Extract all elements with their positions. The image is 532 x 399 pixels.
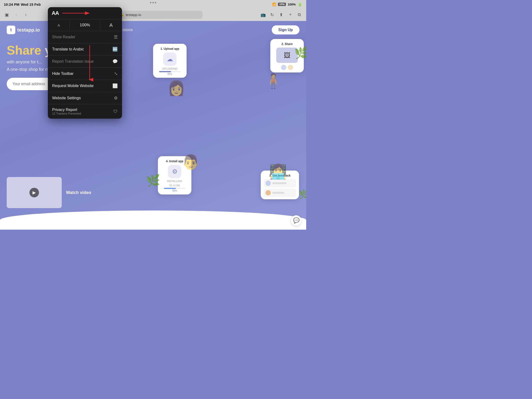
popup-menu: AA A 100% A Show Reader ☰ Translate to A…	[48, 7, 122, 119]
watch-video-label: Watch video	[66, 190, 91, 195]
privacy-report-icon: 🛡	[113, 109, 118, 114]
website-settings-label: Website Settings	[52, 96, 81, 100]
bottom-wave	[0, 210, 306, 230]
battery-icon: 🔋	[298, 2, 302, 7]
logo-name: testapp.io	[17, 27, 40, 33]
site-logo: t testapp.io	[7, 25, 40, 34]
show-reader-label: Show Reader	[52, 35, 75, 39]
new-tab-button[interactable]: +	[287, 11, 294, 19]
report-translation-item[interactable]: Report Translation Issue 💬	[48, 56, 122, 68]
upload-card: 1. Upload app ☁ UPLOADING 55%	[153, 44, 187, 78]
report-translation-label: Report Translation Issue	[52, 59, 94, 64]
install-pct: 55%	[172, 190, 177, 192]
translate-label: Translate to Arabic	[52, 47, 84, 51]
request-mobile-item[interactable]: Request Mobile Website ⬜	[48, 80, 122, 92]
report-translation-icon: 💬	[112, 59, 118, 64]
show-reader-item[interactable]: Show Reader ☰	[48, 31, 122, 43]
person-4: 👩‍💻	[269, 163, 287, 180]
privacy-report-sublabel: 12 Trackers Prevented	[52, 112, 81, 115]
popup-aa-bar: AA	[48, 7, 122, 19]
request-mobile-icon: ⬜	[112, 83, 118, 89]
illustration-area: 1. Upload app ☁ UPLOADING 55% 2. Share 🖼…	[144, 34, 306, 223]
upload-progress	[159, 71, 181, 72]
website-settings-item[interactable]: Website Settings ⚙	[48, 92, 122, 104]
translate-item[interactable]: Translate to Arabic 🔤	[48, 43, 122, 56]
chat-bubble-button[interactable]: 💬	[291, 215, 301, 226]
red-arrow-horizontal	[62, 11, 91, 16]
sign-up-button[interactable]: Sign Up	[272, 25, 299, 34]
font-percentage: 100%	[70, 20, 100, 30]
leaf-2: 🌿	[146, 174, 160, 187]
privacy-report-left: Privacy Report 12 Trackers Prevented	[52, 108, 81, 115]
video-thumbnail[interactable]: ▶	[7, 177, 62, 208]
hide-toolbar-item[interactable]: Hide Toolbar ⤡	[48, 68, 122, 80]
person-2: 🧍	[264, 72, 282, 89]
time: 10:24 PM	[4, 2, 19, 6]
vpn-badge: VPN	[278, 3, 286, 6]
install-label: INSTALLING	[167, 180, 182, 183]
three-dots	[150, 2, 156, 3]
translate-icon: 🔤	[112, 47, 118, 52]
logo-icon: t	[7, 25, 15, 34]
privacy-report-label: Privacy Report	[52, 108, 81, 112]
leaf-3: 🌿	[298, 189, 306, 199]
sidebar-button[interactable]: ▣	[3, 11, 11, 19]
date: Wed 15 Feb	[21, 2, 41, 6]
status-right: 📶 VPN 100% 🔋	[272, 2, 302, 7]
aa-label: AA	[52, 10, 59, 16]
toolbar-right: 📺 ↻ ⬆ + ⧉	[259, 11, 303, 19]
video-section: ▶ Watch video	[7, 177, 91, 208]
wifi-icon: 📶	[272, 3, 276, 6]
play-button[interactable]: ▶	[29, 188, 39, 197]
font-increase-button[interactable]: A	[100, 19, 122, 31]
person-3: 👨	[182, 154, 200, 171]
tabs-button[interactable]: ⧉	[296, 11, 303, 19]
website-settings-icon: ⚙	[114, 95, 118, 101]
url-text: testapp.io	[126, 13, 141, 17]
status-bar: 10:24 PM Wed 15 Feb 📶 VPN 100% 🔋	[0, 0, 306, 9]
browser-toolbar: ▣ ‹ › 🔒 testapp.io 📺 ↻ ⬆ + ⧉	[0, 9, 306, 21]
forward-button[interactable]: ›	[22, 11, 30, 19]
person-1: 👩	[167, 80, 185, 97]
battery-pct: 100%	[288, 3, 296, 6]
upload-label: UPLOADING	[162, 67, 178, 70]
video-thumb-inner: ▶	[7, 177, 62, 208]
font-decrease-button[interactable]: A	[48, 20, 70, 30]
website-content: t testapp.io Feedback Pricing Portal Int…	[0, 21, 306, 230]
upload-pct: 55%	[167, 73, 172, 75]
install-progress	[164, 188, 185, 189]
back-button[interactable]: ‹	[13, 11, 20, 19]
install-icon: ⚙	[168, 165, 181, 178]
leaf-1: 🌿	[294, 46, 306, 60]
request-mobile-label: Request Mobile Website	[52, 84, 94, 88]
share-card-title: 2. Share	[282, 42, 293, 46]
cast-button[interactable]: 📺	[259, 11, 267, 19]
install-card-title: 4. Install app	[166, 159, 184, 163]
hide-toolbar-icon: ⤡	[114, 71, 118, 76]
font-size-row: A 100% A	[48, 19, 122, 31]
upload-icon: ☁	[163, 52, 177, 66]
hide-toolbar-label: Hide Toolbar	[52, 71, 74, 76]
status-left: 10:24 PM Wed 15 Feb	[4, 2, 41, 6]
share-button[interactable]: ⬆	[278, 11, 285, 19]
show-reader-icon: ☰	[114, 34, 118, 40]
install-version: V1.4 (34)	[169, 184, 180, 187]
reload-button[interactable]: ↻	[268, 11, 276, 19]
privacy-report-item[interactable]: Privacy Report 12 Trackers Prevented 🛡	[48, 104, 122, 119]
upload-card-title: 1. Upload app	[160, 47, 179, 51]
